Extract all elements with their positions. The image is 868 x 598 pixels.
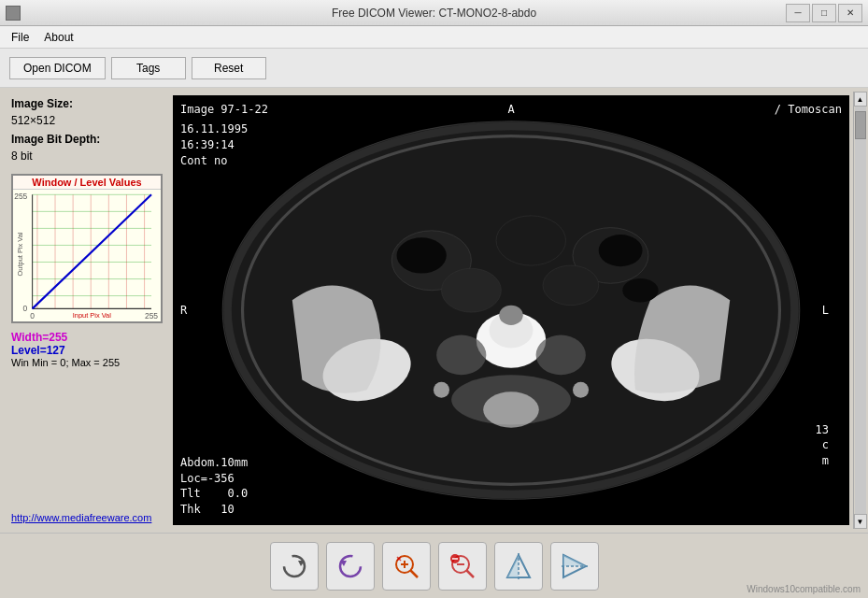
wl-level: Level=127 (11, 344, 162, 357)
svg-line-58 (466, 570, 474, 577)
overlay-top-center: A (507, 103, 514, 116)
zoom-in-icon (391, 551, 421, 581)
wl-chart-area: 255 0 0 255 Output Pix Val Input Pix Val (13, 190, 161, 319)
image-size-label: Image Size: (11, 97, 162, 110)
svg-text:255: 255 (145, 311, 158, 319)
menu-bar: File About (0, 26, 868, 49)
svg-point-39 (536, 335, 586, 376)
overlay-bottom-right: 13cm (816, 422, 829, 469)
image-bit-depth-label: Image Bit Depth: (11, 133, 162, 146)
svg-line-53 (410, 570, 418, 577)
zoom-out-button[interactable] (438, 542, 487, 591)
overlay-top-right: / Tomoscan (775, 103, 842, 116)
svg-text:Output Pix Val: Output Pix Val (16, 232, 24, 276)
wl-width: Width=255 (11, 331, 162, 344)
scroll-up-arrow[interactable]: ▲ (854, 92, 867, 107)
overlay-date-info: 16.11.199516:39:14Cont no (180, 121, 248, 168)
website-link[interactable]: http://www.mediafreeware.com (11, 512, 162, 523)
menu-file[interactable]: File (4, 29, 36, 46)
svg-text:0: 0 (23, 304, 28, 313)
close-button[interactable]: ✕ (838, 4, 862, 22)
wl-minmax: Win Min = 0; Max = 255 (11, 357, 162, 368)
rotate-ccw-icon (335, 551, 365, 581)
flip-horizontal-icon (504, 551, 534, 581)
watermark: Windows10compatible.com (747, 584, 861, 594)
svg-point-46 (284, 556, 305, 577)
flip-vertical-button[interactable] (550, 542, 599, 591)
svg-point-34 (543, 265, 599, 306)
svg-point-48 (340, 556, 361, 577)
zoom-in-button[interactable] (382, 542, 431, 591)
rotate-cw-icon (279, 551, 309, 581)
overlay-mid-left: R (180, 304, 187, 317)
image-panel-wrapper: Image 97-1-22 A / Tomoscan R L 16.11.199… (173, 92, 866, 529)
overlay-top-left: Image 97-1-22 (180, 103, 268, 116)
svg-marker-65 (563, 555, 586, 566)
title-bar: Free DICOM Viewer: CT-MONO2-8-abdo ─ □ ✕ (0, 0, 868, 26)
image-size-value: 512×512 (11, 114, 162, 127)
reset-button[interactable]: Reset (192, 57, 266, 79)
svg-point-31 (496, 216, 566, 265)
tags-button[interactable]: Tags (111, 57, 186, 79)
svg-point-36 (599, 235, 643, 266)
image-bit-depth-value: 8 bit (11, 150, 162, 163)
app-icon (6, 6, 21, 21)
window-title: Free DICOM Viewer: CT-MONO2-8-abdo (332, 7, 536, 20)
svg-point-35 (397, 237, 447, 273)
zoom-out-icon (448, 551, 477, 581)
svg-marker-62 (507, 555, 519, 577)
svg-line-16 (33, 194, 151, 308)
svg-point-37 (622, 278, 658, 303)
title-bar-left (6, 6, 21, 21)
rotate-ccw-button[interactable] (326, 542, 375, 591)
svg-text:0: 0 (30, 311, 35, 319)
title-bar-controls: ─ □ ✕ (786, 4, 862, 22)
svg-point-43 (483, 392, 539, 427)
toolbar: Open DICOM Tags Reset (0, 49, 868, 88)
scroll-thumb[interactable] (855, 111, 866, 139)
rotate-cw-button[interactable] (270, 542, 319, 591)
svg-point-41 (434, 382, 449, 398)
flip-vertical-icon (560, 551, 590, 581)
menu-about[interactable]: About (36, 29, 80, 46)
overlay-mid-right: L (822, 304, 829, 317)
main-content: Image Size: 512×512 Image Bit Depth: 8 b… (0, 88, 868, 533)
overlay-bottom-left: Abdom.10mmLoc=-356Tlt 0.0Thk 10 (180, 455, 248, 518)
svg-text:Input Pix Val: Input Pix Val (73, 311, 111, 319)
minimize-button[interactable]: ─ (786, 4, 810, 22)
svg-point-27 (499, 306, 523, 325)
wl-values: Width=255 Level=127 Win Min = 0; Max = 2… (11, 331, 162, 368)
flip-horizontal-button[interactable] (494, 542, 543, 591)
svg-point-42 (573, 382, 589, 398)
restore-button[interactable]: □ (812, 4, 836, 22)
svg-text:255: 255 (14, 192, 27, 201)
open-dicom-button[interactable]: Open DICOM (9, 57, 106, 79)
image-scrollbar[interactable]: ▲ ▼ (853, 92, 866, 529)
scroll-track[interactable] (855, 107, 866, 514)
left-panel: Image Size: 512×512 Image Bit Depth: 8 b… (0, 88, 173, 533)
svg-point-38 (436, 335, 486, 376)
bottom-toolbar: Windows10compatible.com (0, 533, 868, 598)
window-level-chart: Window / Level Values (11, 174, 163, 323)
ct-image-panel[interactable]: Image 97-1-22 A / Tomoscan R L 16.11.199… (173, 95, 849, 525)
svg-point-33 (441, 268, 501, 312)
wl-chart-title: Window / Level Values (13, 176, 161, 190)
scroll-down-arrow[interactable]: ▼ (854, 514, 867, 529)
